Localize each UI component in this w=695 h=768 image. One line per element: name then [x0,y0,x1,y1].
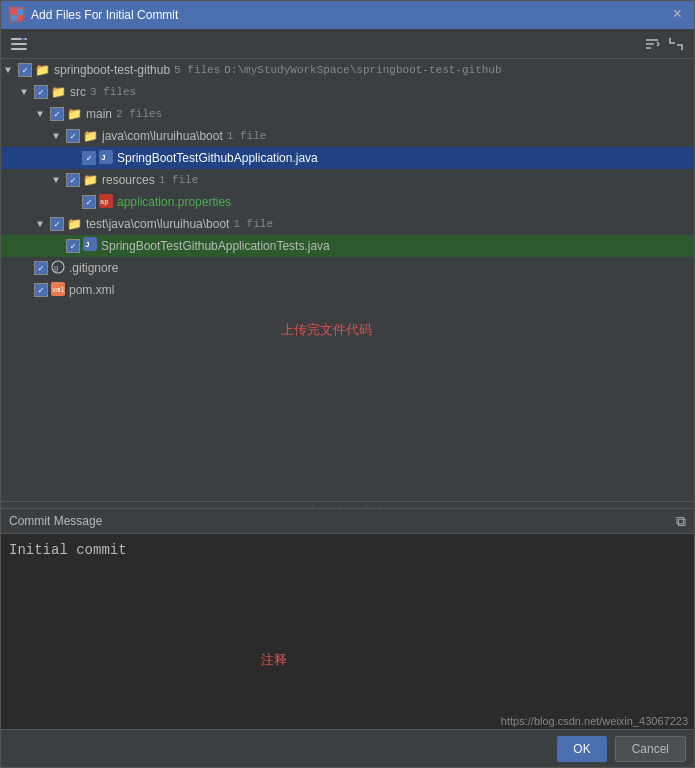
footer-url: https://blog.csdn.net/weixin_43067223 [495,713,694,729]
svg-text:J: J [85,240,90,249]
tree-item-test-java[interactable]: ✓ J SpringBootTestGithubApplicationTests… [1,235,694,257]
tree-item-main[interactable]: ▼ ✓ 📁 main 2 files [1,103,694,125]
checkbox-root[interactable]: ✓ [18,63,32,77]
svg-rect-3 [17,15,23,21]
tree-item-resources[interactable]: ▼ ✓ 📁 resources 1 file [1,169,694,191]
commit-textarea[interactable]: Initial commit [1,533,694,729]
commit-expand-icon[interactable]: ⧉ [676,513,686,530]
svg-text:g: g [54,264,58,272]
cancel-button[interactable]: Cancel [615,736,686,762]
label-gitignore: .gitignore [69,261,118,275]
label-pom: pom.xml [69,283,114,297]
tree-item-src[interactable]: ▼ ✓ 📁 src 3 files [1,81,694,103]
commit-header: Commit Message ⧉ [1,509,694,533]
expand-collapse-icon[interactable] [666,34,686,54]
dialog: Add Files For Initial Commit × [0,0,695,768]
commit-header-label: Commit Message [9,514,102,528]
git-icon-gitignore: g [51,260,65,277]
folder-icon-resources: 📁 [83,173,98,188]
arrow-test-pkg: ▼ [33,219,47,230]
tree-item-root[interactable]: ▼ ✓ 📁 springboot-test-github 5 files D:\… [1,59,694,81]
arrow-resources: ▼ [49,175,63,186]
svg-rect-1 [17,9,23,15]
svg-rect-5 [11,43,27,45]
menu-icon[interactable] [9,34,29,54]
tree-item-gitignore[interactable]: ✓ g .gitignore [1,257,694,279]
tree-item-java-pkg[interactable]: ▼ ✓ 📁 java\com\luruihua\boot 1 file [1,125,694,147]
commit-section: Commit Message ⧉ Initial commit 注释 [1,509,694,729]
label-test-pkg: test\java\com\luruihua\boot [86,217,229,231]
label-src: src [70,85,86,99]
java-icon-test: J [83,237,97,255]
label-root: springboot-test-github [54,63,170,77]
ok-button[interactable]: OK [557,736,606,762]
label-java-pkg: java\com\luruihua\boot [102,129,223,143]
checkbox-main[interactable]: ✓ [50,107,64,121]
arrow-main: ▼ [33,109,47,120]
svg-text:ap: ap [100,198,108,206]
watermark1: 上传完文件代码 [281,321,372,339]
splitter[interactable]: · · · · · · [1,501,694,509]
svg-rect-7 [21,38,25,40]
dialog-title: Add Files For Initial Commit [31,8,178,22]
sort-icon[interactable] [642,34,662,54]
xml-icon-pom: xml [51,282,65,299]
arrow-src: ▼ [17,87,31,98]
svg-rect-6 [11,48,27,50]
arrow-root: ▼ [1,65,15,76]
checkbox-resources[interactable]: ✓ [66,173,80,187]
app-icon [9,7,25,23]
svg-text:J: J [101,153,106,162]
label-resources: resources [102,173,155,187]
svg-rect-2 [11,15,17,21]
tree-item-pom[interactable]: ✓ xml pom.xml [1,279,694,301]
meta-resources: 1 file [159,174,199,186]
label-test-java: SpringBootTestGithubApplicationTests.jav… [101,239,330,253]
properties-icon-props: ap [99,194,113,211]
label-app-java: SpringBootTestGithubApplication.java [117,151,318,165]
toolbar-right [642,34,686,54]
title-bar-left: Add Files For Initial Commit [9,7,178,23]
folder-icon-root: 📁 [35,63,50,78]
checkbox-props[interactable]: ✓ [82,195,96,209]
meta-java-pkg: 1 file [227,130,267,142]
toolbar [1,29,694,59]
java-icon-app: J [99,150,113,167]
bottom-bar: OK Cancel [1,729,694,767]
folder-icon-src: 📁 [51,85,66,100]
checkbox-pom[interactable]: ✓ [34,283,48,297]
checkbox-gitignore[interactable]: ✓ [34,261,48,275]
checkbox-app-java[interactable]: ✓ [82,151,96,165]
tree-item-props[interactable]: ✓ ap application.properties [1,191,694,213]
folder-icon-java-pkg: 📁 [83,129,98,144]
label-props: application.properties [117,195,231,209]
checkbox-java-pkg[interactable]: ✓ [66,129,80,143]
meta-src: 3 files [90,86,136,98]
meta-test-pkg: 1 file [233,218,273,230]
folder-icon-main: 📁 [67,107,82,122]
checkbox-test-pkg[interactable]: ✓ [50,217,64,231]
folder-icon-test-pkg: 📁 [67,217,82,232]
checkbox-test-java[interactable]: ✓ [66,239,80,253]
tree-item-test-pkg[interactable]: ▼ ✓ 📁 test\java\com\luruihua\boot 1 file [1,213,694,235]
title-bar: Add Files For Initial Commit × [1,1,694,29]
meta-main: 2 files [116,108,162,120]
path-root: D:\myStudyWorkSpace\springboot-test-gith… [224,64,501,76]
label-main: main [86,107,112,121]
toolbar-left [9,34,29,54]
arrow-java-pkg: ▼ [49,131,63,142]
close-button[interactable]: × [668,5,686,25]
checkbox-src[interactable]: ✓ [34,85,48,99]
svg-text:xml: xml [52,286,65,294]
meta-root: 5 files [174,64,220,76]
file-tree[interactable]: ▼ ✓ 📁 springboot-test-github 5 files D:\… [1,59,694,501]
svg-rect-0 [11,9,17,15]
tree-item-app-java[interactable]: ✓ J SpringBootTestGithubApplication.java [1,147,694,169]
